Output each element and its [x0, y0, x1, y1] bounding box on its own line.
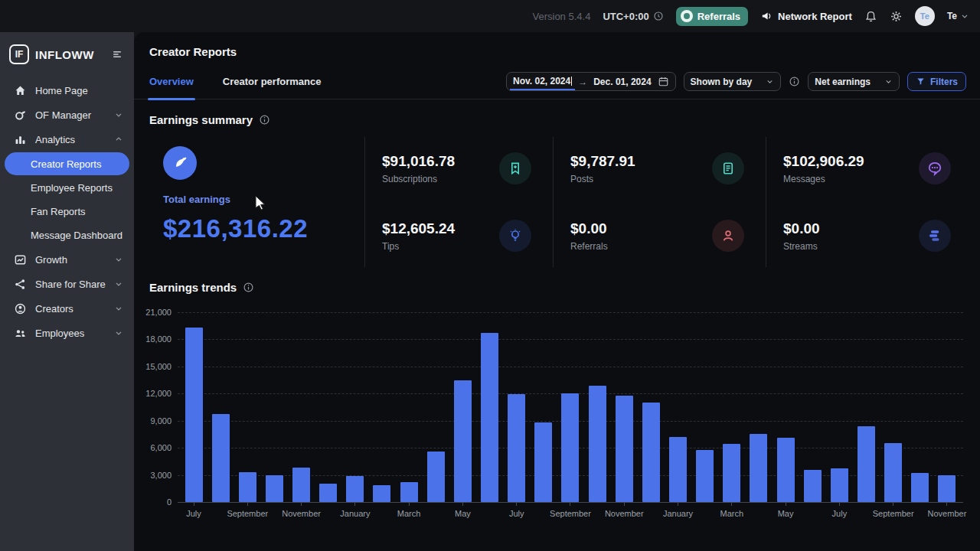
- notifications-bell-icon[interactable]: [864, 10, 877, 23]
- metric-select[interactable]: Net earnings: [808, 72, 900, 91]
- bar-november-28[interactable]: [938, 475, 956, 502]
- bar-january-18[interactable]: [669, 437, 687, 502]
- summary-column-3: $102,906.29Messages$0.00Streams: [766, 137, 972, 267]
- bar-april-21[interactable]: [750, 434, 767, 502]
- bar-slot: [261, 475, 287, 502]
- sidebar-subitem-creator-reports[interactable]: Creator Reports: [5, 152, 129, 175]
- total-earnings-label: Total earnings: [163, 194, 364, 205]
- sidebar-item-of-manager[interactable]: OF Manager: [5, 103, 129, 127]
- bar-october-27[interactable]: [911, 473, 929, 502]
- bar-february-7[interactable]: [373, 485, 390, 502]
- stat-label: Streams: [783, 241, 820, 252]
- bar-november-4[interactable]: [292, 468, 310, 502]
- bar-march-8[interactable]: [400, 482, 418, 502]
- bar-november-16[interactable]: [616, 396, 633, 502]
- bar-slot: [638, 403, 664, 502]
- total-earnings-card: Total earnings $216,316.22: [149, 137, 364, 267]
- x-axis-tick-label: September: [873, 509, 914, 518]
- main-panel: Creator Reports Overview Creator perform…: [134, 32, 980, 551]
- bar-march-20[interactable]: [723, 444, 740, 502]
- stat-label: Subscriptions: [382, 174, 455, 184]
- stat-value: $12,605.24: [382, 220, 455, 237]
- bar-slot: March: [396, 482, 422, 502]
- sidebar-collapse-icon[interactable]: [111, 48, 123, 60]
- x-axis-tick: [839, 503, 840, 506]
- sidebar-item-analytics[interactable]: Analytics: [5, 127, 129, 152]
- bar-december-17[interactable]: [642, 403, 660, 502]
- shown-by-info-icon[interactable]: [789, 76, 800, 87]
- brand-row: IF INFLOWW: [0, 32, 134, 75]
- bar-september-26[interactable]: [884, 443, 902, 502]
- y-axis-tick-label: 0: [121, 497, 172, 507]
- bar-june-23[interactable]: [804, 470, 822, 503]
- sidebar-subitem-message-dashboard[interactable]: Message Dashboard: [5, 223, 129, 246]
- bar-slot: May: [449, 380, 475, 502]
- funnel-icon: [916, 77, 926, 86]
- account-menu[interactable]: Te: [947, 11, 969, 21]
- date-start-input[interactable]: Nov. 02, 2024: [513, 76, 572, 87]
- bar-june-11[interactable]: [481, 333, 498, 502]
- date-range-picker[interactable]: Nov. 02, 2024 → Dec. 01, 2024: [506, 72, 676, 91]
- sidebar-item-home-page[interactable]: Home Page: [5, 78, 129, 103]
- x-axis-tick: [301, 503, 302, 506]
- sidebar-item-label: Employees: [35, 328, 106, 339]
- filters-button[interactable]: Filters: [907, 72, 966, 91]
- shown-by-select[interactable]: Shown by day: [684, 72, 782, 91]
- bar-september-14[interactable]: [561, 393, 579, 502]
- info-icon[interactable]: [259, 114, 270, 126]
- tab-creator-performance[interactable]: Creator performance: [223, 64, 322, 99]
- bar-slot: January: [665, 437, 691, 502]
- bar-slot: [799, 470, 825, 503]
- network-report-button[interactable]: Network Report: [760, 10, 852, 22]
- bar-august-25[interactable]: [858, 426, 875, 502]
- settings-gear-icon[interactable]: [890, 10, 903, 23]
- bar-july-0[interactable]: [185, 328, 203, 502]
- bar-july-24[interactable]: [831, 468, 848, 502]
- bar-august-13[interactable]: [534, 422, 552, 502]
- y-axis-tick-label: 15,000: [121, 362, 172, 371]
- bar-slot: [907, 473, 933, 502]
- bar-december-5[interactable]: [319, 484, 337, 502]
- y-axis-tick-label: 3,000: [121, 471, 172, 480]
- sidebar-subitem-fan-reports[interactable]: Fan Reports: [5, 200, 129, 223]
- sidebar: IF INFLOWW Home PageOF ManagerAnalyticsC…: [0, 32, 134, 551]
- avatar[interactable]: Te: [915, 6, 935, 26]
- info-icon[interactable]: [243, 282, 254, 293]
- bar-august-1[interactable]: [212, 414, 230, 502]
- bar-january-6[interactable]: [346, 476, 364, 502]
- bar-october-3[interactable]: [266, 475, 283, 502]
- sidebar-item-creators[interactable]: Creators: [5, 296, 129, 321]
- x-axis-tick: [893, 503, 893, 506]
- bar-slot: July: [504, 394, 530, 502]
- bar-july-12[interactable]: [508, 394, 525, 502]
- x-axis-tick-label: September: [550, 509, 591, 518]
- bar-slot: January: [342, 476, 368, 502]
- chevron-down-icon: [884, 77, 893, 86]
- sidebar-item-growth[interactable]: Growth: [5, 247, 129, 272]
- x-axis-tick: [516, 503, 517, 506]
- tab-overview[interactable]: Overview: [149, 64, 194, 99]
- date-end-input[interactable]: Dec. 01, 2024: [593, 77, 651, 87]
- sidebar-subitem-employee-reports[interactable]: Employee Reports: [5, 176, 129, 199]
- bar-may-10[interactable]: [454, 380, 472, 502]
- bar-september-2[interactable]: [239, 472, 256, 502]
- bar-slot: November: [289, 468, 315, 502]
- stat-subscriptions: $91,016.78Subscriptions: [365, 140, 553, 197]
- stat-label: Referrals: [570, 241, 608, 252]
- bar-may-22[interactable]: [777, 438, 795, 502]
- sidebar-item-share-for-share[interactable]: Share for Share: [5, 272, 129, 296]
- earnings-summary-heading: Earnings summary: [134, 99, 980, 126]
- page-title: Creator Reports: [134, 32, 980, 58]
- bar-slot: [746, 434, 772, 502]
- bar-october-15[interactable]: [589, 386, 606, 502]
- bar-slot: November: [611, 396, 637, 502]
- sidebar-item-employees[interactable]: Employees: [5, 321, 129, 345]
- x-axis-tick: [786, 503, 786, 506]
- bars-container: JulySeptemberNovemberJanuaryMarchMayJuly…: [178, 312, 963, 502]
- y-axis-tick-label: 6,000: [121, 443, 172, 452]
- calendar-icon[interactable]: [658, 76, 669, 87]
- bar-february-19[interactable]: [696, 450, 714, 502]
- bar-slot: [477, 333, 503, 502]
- bar-april-9[interactable]: [427, 452, 445, 502]
- referrals-badge[interactable]: Referrals: [676, 7, 748, 26]
